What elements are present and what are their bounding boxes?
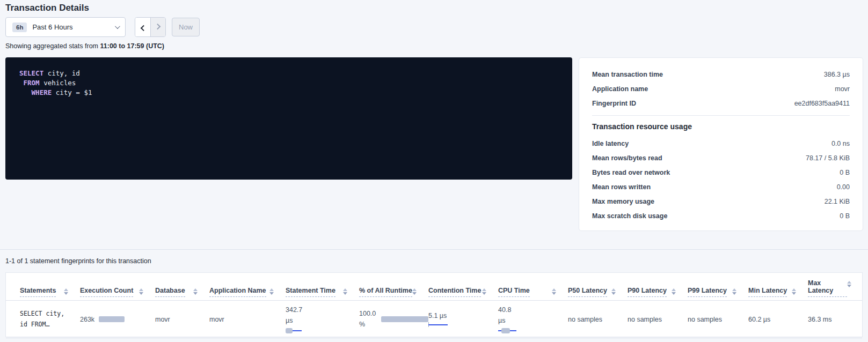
runtime-unit: %: [359, 319, 376, 330]
column-label[interactable]: Max Latency: [808, 279, 847, 297]
sql-line: WHERE city = $1: [19, 88, 558, 98]
resource-label: Bytes read over network: [592, 169, 670, 176]
time-range-select[interactable]: 6h Past 6 Hours: [5, 17, 126, 37]
execution-count-bar: [99, 316, 125, 322]
column-label[interactable]: P99 Latency: [688, 287, 727, 297]
cell-statement-time: 342.7 µs: [286, 305, 359, 333]
cell-runtime: 100.0 %: [359, 309, 428, 330]
column-header-p50-latency: P50 Latency: [568, 287, 628, 297]
cell-execution-count: 263k: [80, 316, 155, 323]
sql-text: city, id: [43, 69, 80, 77]
statements-table: Statements Execution Count Database Appl…: [5, 272, 863, 337]
column-header-statement-time: Statement Time: [286, 287, 359, 297]
sort-icon[interactable]: [412, 287, 417, 295]
sort-icon[interactable]: [269, 287, 274, 295]
sort-icon[interactable]: [732, 287, 736, 295]
column-label[interactable]: Statements: [20, 287, 56, 297]
next-time-button[interactable]: [150, 18, 165, 36]
resource-label: Idle latency: [592, 140, 629, 147]
sort-icon[interactable]: [672, 287, 676, 295]
resource-value: 78.17 / 5.8 KiB: [806, 154, 850, 162]
bar-line: [428, 324, 448, 325]
sort-icon[interactable]: [343, 287, 347, 295]
column-label[interactable]: Database: [155, 287, 185, 297]
column-header-statements: Statements: [20, 287, 80, 297]
time-range-label: Past 6 Hours: [32, 23, 72, 31]
summary-row-mean-transaction-time: Mean transaction time 386.3 µs: [592, 67, 850, 81]
resource-label: Mean rows written: [592, 183, 651, 191]
sql-keyword: SELECT: [19, 69, 43, 77]
column-label[interactable]: CPU Time: [498, 287, 530, 297]
sort-icon[interactable]: [482, 287, 486, 295]
sql-line: SELECT city, id: [19, 69, 558, 78]
cell-p90-latency: no samples: [628, 316, 688, 323]
table-header-row: Statements Execution Count Database Appl…: [6, 273, 862, 301]
application-name-value: movr: [209, 316, 224, 323]
sort-icon[interactable]: [64, 287, 68, 295]
statement-time-bar-chart: [286, 328, 302, 333]
sort-icon[interactable]: [193, 287, 198, 295]
column-header-contention-time: Contention Time: [428, 287, 498, 297]
statement-time-unit: µs: [286, 316, 359, 326]
column-label[interactable]: Statement Time: [286, 287, 335, 297]
sql-keyword: WHERE: [32, 88, 52, 96]
fingerprints-caption: 1-1 of 1 statement fingerprints for this…: [5, 257, 151, 265]
transaction-summary-card: Mean transaction time 386.3 µs Applicati…: [579, 57, 863, 231]
bar-blob: [286, 328, 293, 333]
stats-range-window: 11:00 to 17:59 (UTC): [100, 42, 164, 50]
column-label[interactable]: Application Name: [209, 287, 266, 297]
cpu-time-unit: µs: [498, 316, 568, 326]
column-header-p99-latency: P99 Latency: [688, 287, 748, 297]
prev-time-button[interactable]: [135, 18, 150, 36]
statement-time-value: 342.7: [286, 305, 359, 315]
cpu-time-value: 40.8: [498, 305, 568, 315]
statement-link[interactable]: SELECT city, id FROM…: [20, 309, 80, 330]
resource-row-mean-rows-bytes-read: Mean rows/bytes read 78.17 / 5.8 KiB: [592, 151, 850, 165]
sort-icon[interactable]: [552, 287, 556, 295]
cell-p50-latency: no samples: [568, 316, 628, 323]
resource-value: 0 B: [840, 212, 850, 220]
cell-min-latency: 60.2 µs: [748, 316, 808, 323]
resource-usage-heading: Transaction resource usage: [592, 122, 850, 131]
sql-text: city = $1: [52, 88, 92, 96]
page-title: Transaction Details: [5, 3, 89, 13]
resource-row-max-memory-usage: Max memory usage 22.1 KiB: [592, 194, 850, 209]
cell-application-name: movr: [209, 316, 286, 323]
column-label[interactable]: Contention Time: [428, 287, 481, 297]
column-label[interactable]: P90 Latency: [628, 287, 667, 297]
summary-value: 386.3 µs: [824, 71, 850, 78]
p90-latency-value: no samples: [628, 316, 662, 323]
column-header-application-name: Application Name: [209, 287, 286, 297]
summary-label: Fingerprint ID: [592, 100, 636, 107]
sort-icon[interactable]: [139, 287, 143, 295]
now-button[interactable]: Now: [172, 18, 200, 36]
resource-value: 22.1 KiB: [825, 198, 850, 205]
resource-value: 0.00: [837, 183, 850, 191]
resource-value: 0 B: [840, 169, 850, 176]
contention-time-value: 5.1 µs: [428, 312, 498, 319]
card-divider: [592, 115, 850, 116]
cell-statements: SELECT city, id FROM…: [20, 309, 80, 330]
column-label[interactable]: Min Latency: [748, 287, 787, 297]
resource-row-idle-latency: Idle latency 0.0 ns: [592, 136, 850, 151]
resource-label: Max scratch disk usage: [592, 212, 667, 220]
runtime-value: 100.0: [359, 309, 376, 319]
database-value: movr: [155, 316, 170, 323]
time-nav-group: [135, 17, 166, 37]
column-label[interactable]: % of All Runtime: [359, 287, 412, 297]
cell-contention-time: 5.1 µs: [428, 312, 498, 327]
column-header-min-latency: Min Latency: [748, 287, 808, 297]
sort-icon[interactable]: [847, 279, 851, 287]
p50-latency-value: no samples: [568, 316, 602, 323]
resource-row-max-scratch-disk-usage: Max scratch disk usage 0 B: [592, 209, 850, 223]
summary-value: movr: [835, 85, 850, 93]
sql-statement-box: SELECT city, id FROM vehicles WHERE city…: [5, 57, 572, 180]
sort-icon[interactable]: [611, 287, 616, 295]
column-label[interactable]: Execution Count: [80, 287, 133, 297]
column-label[interactable]: P50 Latency: [568, 287, 607, 297]
stats-range-prefix: Showing aggregated stats from: [5, 42, 100, 50]
min-latency-value: 60.2 µs: [748, 316, 770, 323]
cell-p99-latency: no samples: [688, 316, 748, 323]
resource-row-mean-rows-written: Mean rows written 0.00: [592, 180, 850, 194]
sort-icon[interactable]: [792, 287, 796, 295]
